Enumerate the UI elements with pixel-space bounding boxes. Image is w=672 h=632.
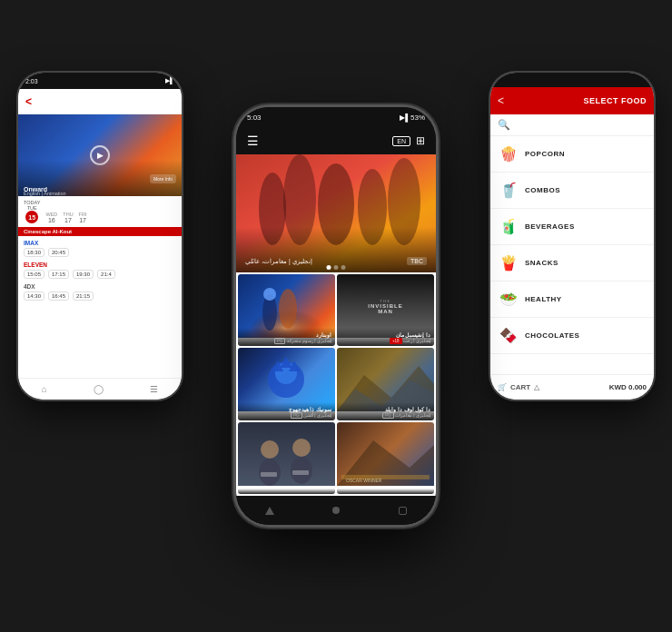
beverages-icon: 🧃 <box>499 218 518 235</box>
popcorn-icon: 🍿 <box>499 145 518 163</box>
movie-card-onward[interactable]: اوبنارد إنجليزي | رسوم متحركة PG <box>238 274 335 346</box>
filter-icon[interactable]: ⊞ <box>416 134 425 147</box>
nav-back-icon[interactable] <box>265 507 274 515</box>
nav-home-icon[interactable]: ⌂ <box>42 384 47 394</box>
phone-center: 5:03 ▶▌53% ☰ EN ⊞ <box>236 107 436 525</box>
hero-tbc: TBC <box>407 257 427 265</box>
nav-menu-icon[interactable]: ☰ <box>150 384 158 394</box>
wild-overlay: دا كول اوف دا وايلد إنجليزي | مغامرات PG <box>337 402 434 420</box>
showtimes-section: IMAX 18:30 20:45 ELEVEN 15:05 17:15 19:3… <box>18 236 182 378</box>
center-notch <box>304 107 368 123</box>
dates-bar: TODAY TUE 15 WED 16 THU 17 FRI 17 <box>18 196 182 227</box>
fourdx-times: 14:30 16:45 21:15 <box>24 291 176 301</box>
left-movie-sub: English | Animation <box>24 191 66 196</box>
onward-overlay: اوبنارد إنجليزي | رسوم متحركة PG <box>238 328 335 346</box>
svg-point-19 <box>292 439 311 457</box>
sonic-title: سونيك ذا هيدجهوج <box>242 406 331 412</box>
cart-amount: KWD 0.000 <box>609 383 647 391</box>
showtime-eleven: ELEVEN <box>24 262 176 268</box>
dot-2 <box>334 265 339 270</box>
invisible-title: دا إنفيسبل مان <box>341 331 430 338</box>
snacks-label: SNACKS <box>525 259 558 267</box>
chocolates-icon: 🍫 <box>499 327 518 344</box>
cinema-name: Cinescape Al-Kout <box>18 227 182 236</box>
food-item-beverages[interactable]: 🧃 BEVERAGES <box>490 209 654 245</box>
movie-card-sonic[interactable]: سونيك ذا هيدجهوج إنجليزي | أكشن PG <box>238 348 335 420</box>
search-icon: 🔍 <box>498 119 510 131</box>
onward-sub: إنجليزي | رسوم متحركة PG <box>242 338 331 344</box>
left-header: < <box>18 89 182 114</box>
svg-rect-21 <box>261 472 277 477</box>
nav-home-dot[interactable] <box>332 507 340 514</box>
left-movie-hero: ▶ More Info Onward English | Animation <box>18 114 182 196</box>
showtime-imax: IMAX <box>24 240 176 246</box>
movie-card-6[interactable]: OSCAR WINNER <box>337 422 434 494</box>
left-bottom-nav: ⌂ ◯ ☰ <box>18 378 182 400</box>
food-item-popcorn[interactable]: 🍿 POPCORN <box>490 136 654 173</box>
left-signal: ▶▌ <box>165 77 174 84</box>
food-menu: 🍿 POPCORN 🥤 COMBOS 🧃 BEVERAGES 🍟 SNACKS … <box>490 136 654 374</box>
card6-overlay <box>337 489 434 494</box>
center-time: 5:03 <box>247 114 262 122</box>
right-search-bar[interactable]: 🔍 <box>490 114 654 136</box>
language-badge[interactable]: EN <box>392 136 410 146</box>
food-item-chocolates[interactable]: 🍫 CHOCOLATES <box>490 318 654 354</box>
food-item-snacks[interactable]: 🍟 SNACKS <box>490 245 654 281</box>
svg-point-9 <box>263 288 276 301</box>
right-back-button[interactable]: < <box>498 94 504 107</box>
invisible-overlay: دا إنفيسبل مان إنجليزي | رعب 18+ <box>337 328 434 346</box>
date-fri[interactable]: FRI 17 <box>79 212 87 223</box>
snacks-icon: 🍟 <box>499 254 518 272</box>
onward-title: اوبنارد <box>242 331 331 338</box>
left-time: 2:03 <box>25 78 38 84</box>
cart-expand-icon[interactable]: △ <box>534 383 539 391</box>
movie-card-wild[interactable]: دا كول اوف دا وايلد إنجليزي | مغامرات PG <box>337 348 434 420</box>
left-back-button[interactable]: < <box>25 95 32 108</box>
hamburger-icon[interactable]: ☰ <box>247 133 259 148</box>
movie-card-5[interactable] <box>238 422 335 494</box>
svg-text:OSCAR WINNER: OSCAR WINNER <box>346 478 382 483</box>
right-notch <box>549 73 595 84</box>
movies-grid: اوبنارد إنجليزي | رسوم متحركة PG THE INV… <box>236 272 436 496</box>
invisible-sub: إنجليزي | رعب 18+ <box>341 338 430 344</box>
nav-search-icon[interactable]: ◯ <box>94 384 104 394</box>
right-page-title: SELECT FOOD <box>583 96 647 105</box>
nav-recent-icon[interactable] <box>399 507 407 515</box>
sonic-sub: إنجليزي | أكشن PG <box>242 412 331 419</box>
left-notch <box>77 73 123 84</box>
sonic-overlay: سونيك ذا هيدجهوج إنجليزي | أكشن PG <box>238 402 335 420</box>
more-info-button[interactable]: More Info <box>150 174 176 183</box>
cart-label: CART <box>510 383 530 391</box>
svg-point-17 <box>261 440 279 459</box>
food-item-healthy[interactable]: 🥗 HEALTHY <box>490 281 654 318</box>
date-wed[interactable]: WED 16 <box>45 212 57 223</box>
movie-card-invisible[interactable]: THE INVISIBLE MAN دا إنفيسبل مان إنجليزي… <box>337 274 434 346</box>
date-today[interactable]: TODAY TUE 15 <box>24 200 40 223</box>
svg-rect-22 <box>292 470 309 475</box>
food-item-combos[interactable]: 🥤 COMBOS <box>490 173 654 209</box>
healthy-label: HEALTHY <box>525 295 562 303</box>
combos-label: COMBOS <box>525 186 560 194</box>
imax-times: 18:30 20:45 <box>24 248 176 257</box>
dot-1 <box>327 265 331 270</box>
dot-3 <box>341 265 346 270</box>
showtime-4dx: 4DX <box>24 283 176 290</box>
center-header: ☰ EN ⊞ <box>236 127 436 154</box>
right-header: < SELECT FOOD <box>490 87 654 114</box>
header-icons: EN ⊞ <box>392 134 425 147</box>
eleven-times: 15:05 17:15 19:30 21:4 <box>24 270 176 279</box>
healthy-icon: 🥗 <box>499 291 518 308</box>
hero-tag: إنجليزي | مغامرات، عائلي <box>245 258 312 265</box>
popcorn-label: POPCORN <box>525 150 565 158</box>
cart-icon: 🛒 <box>498 383 507 391</box>
phone-left: 2:03 ▶▌ < ▶ More Info Onward English | A… <box>18 73 182 400</box>
phone-right: < SELECT FOOD 🔍 🍿 POPCORN 🥤 COMBOS 🧃 BEV… <box>490 73 654 400</box>
wild-title: دا كول اوف دا وايلد <box>341 406 430 412</box>
hero-banner: إنجليزي | مغامرات، عائلي TBC <box>236 154 436 272</box>
date-thu[interactable]: THU 17 <box>63 212 73 223</box>
center-signal: ▶▌53% <box>400 114 425 122</box>
chocolates-label: CHOCOLATES <box>525 331 579 340</box>
hero-dots <box>327 265 346 270</box>
wild-sub: إنجليزي | مغامرات PG <box>341 412 430 419</box>
right-bottom-bar: 🛒 CART △ KWD 0.000 <box>490 374 654 400</box>
